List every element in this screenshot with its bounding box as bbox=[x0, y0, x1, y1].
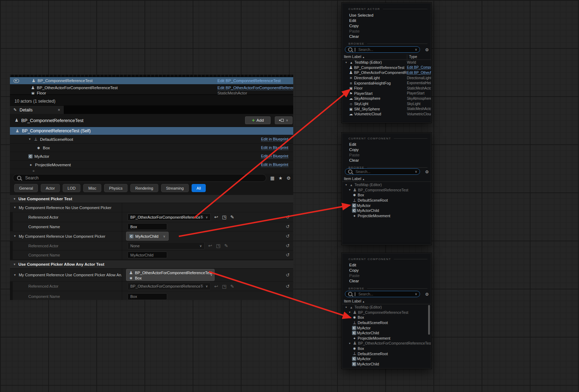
tree-row[interactable]: ▼ BP_ComponnetReferenceTest bbox=[342, 188, 431, 193]
component-name-input[interactable] bbox=[127, 252, 167, 258]
column-item-label[interactable]: Item Label ▲ bbox=[344, 177, 365, 181]
filter-button[interactable]: General bbox=[14, 184, 38, 192]
edit-in-blueprint-link[interactable]: Edit in Blueprint bbox=[261, 162, 288, 167]
visibility-eye-icon[interactable] bbox=[13, 79, 19, 83]
tree-row[interactable]: ▼ TestMap (Editor) World bbox=[342, 60, 431, 65]
edit-in-blueprint-link[interactable]: Edit in Blueprint bbox=[261, 154, 288, 158]
menu-item[interactable]: Clear bbox=[342, 34, 431, 39]
component-tree-row[interactable]: ProjectileMovement Edit in Blueprint bbox=[10, 161, 293, 169]
popup-search-input[interactable] bbox=[358, 292, 412, 296]
tree-row[interactable]: Floor StaticMeshActor bbox=[342, 86, 431, 91]
tree-row[interactable]: DirectionalLight DirectionalLight bbox=[342, 75, 431, 81]
tab-details[interactable]: ✎ Details × bbox=[10, 106, 64, 114]
popup-search-box[interactable]: ∨ bbox=[345, 46, 420, 53]
component-row-self[interactable]: BP_ComponnetReferenceTest (Self) bbox=[10, 127, 293, 135]
filter-gear-icon[interactable]: ⚙ bbox=[425, 47, 429, 52]
details-search-box[interactable] bbox=[13, 174, 266, 182]
tree-row[interactable]: SkyAtmosphere SkyAtmosphere bbox=[342, 96, 431, 101]
outliner-row-selected[interactable]: BP_ComponnetReferenceTest Edit BP_Compon… bbox=[10, 77, 293, 84]
tree-row[interactable]: ExponentialHeightFog ExponentialHeightFo… bbox=[342, 80, 431, 86]
component-tree-row[interactable]: ▼ DefaultSceneRoot Edit in Blueprint bbox=[10, 135, 293, 144]
component-picker-dropdown[interactable]: MyActorChild ∨ bbox=[126, 232, 169, 241]
menu-item[interactable]: Edit bbox=[342, 18, 431, 23]
menu-item[interactable]: Copy bbox=[342, 23, 431, 29]
tree-row[interactable]: BP_ComponnetReferenceTest Edit BP_Compon… bbox=[342, 65, 431, 70]
menu-item[interactable]: Edit bbox=[342, 263, 431, 268]
expander-arrow-icon[interactable]: ▼ bbox=[345, 306, 349, 309]
filter-button[interactable]: Physics bbox=[104, 184, 127, 192]
menu-item[interactable]: Copy bbox=[342, 268, 431, 273]
column-item-label[interactable]: Item Label ▲ bbox=[344, 299, 365, 303]
tree-row[interactable]: ▼ TestMap (Editor) bbox=[342, 182, 431, 188]
settings-gear-icon[interactable]: ⚙ bbox=[286, 175, 291, 181]
reset-to-default-icon[interactable]: ↺ bbox=[286, 252, 290, 258]
tree-row[interactable]: Box bbox=[342, 315, 431, 320]
eyedropper-icon[interactable]: ✎ bbox=[230, 214, 234, 220]
edit-blueprint-link[interactable]: Edit BP_ComponnetReferenceTest bbox=[217, 79, 280, 83]
tree-row[interactable]: ▼ BP_ComponnetReferenceTest bbox=[342, 310, 431, 315]
tree-row[interactable]: MyActorChild bbox=[342, 208, 431, 213]
tree-row[interactable]: DefaultSceneRoot bbox=[342, 351, 431, 356]
popup-search-input[interactable] bbox=[355, 169, 409, 174]
menu-item[interactable]: Edit bbox=[342, 142, 431, 147]
filter-button[interactable]: Streaming bbox=[161, 184, 189, 192]
tree-row[interactable]: SkyLight SkyLight bbox=[342, 101, 431, 106]
expander-arrow-icon[interactable]: ▼ bbox=[28, 138, 33, 141]
menu-item[interactable]: Paste bbox=[342, 29, 431, 34]
edit-in-blueprint-link[interactable]: Edit in Blueprint bbox=[261, 145, 288, 150]
menu-item[interactable]: Clear bbox=[342, 158, 431, 163]
display-options-icon[interactable]: ▦ bbox=[270, 175, 274, 181]
tree-row[interactable]: ▼ BP_OtherActorForComponentReferenceTest bbox=[342, 341, 431, 346]
reset-to-default-icon[interactable]: ↺ bbox=[286, 224, 290, 229]
filter-button[interactable]: Actor bbox=[41, 184, 60, 192]
pick-actor-icon[interactable]: ◳ bbox=[222, 214, 226, 220]
edit-in-blueprint-link[interactable]: Edit in Blueprint bbox=[261, 137, 288, 142]
tree-scrollbar[interactable] bbox=[428, 305, 430, 335]
reset-to-default-icon[interactable]: ↺ bbox=[286, 214, 290, 220]
expander-arrow-icon[interactable]: ▼ bbox=[348, 189, 352, 191]
referenced-actor-dropdown[interactable]: None ∨ bbox=[127, 242, 205, 249]
add-component-button[interactable]: + Add bbox=[245, 116, 271, 124]
referenced-actor-dropdown[interactable]: BP_OtherActorForComponentReferenceTest ∨ bbox=[127, 283, 211, 290]
component-name-input[interactable] bbox=[127, 223, 167, 230]
blueprint-edit-dropdown-button[interactable]: ∨ bbox=[275, 116, 293, 124]
tree-row[interactable]: ▼ TestMap (Editor) bbox=[342, 305, 431, 310]
menu-item[interactable]: Paste bbox=[342, 152, 431, 158]
tree-row[interactable]: MyActor bbox=[342, 325, 431, 330]
filter-gear-icon[interactable]: ⚙ bbox=[425, 292, 429, 297]
popup-search-input[interactable] bbox=[358, 47, 412, 52]
tree-row[interactable]: Box bbox=[342, 346, 431, 351]
filter-button[interactable]: Misc bbox=[83, 184, 101, 192]
filter-button[interactable]: LOD bbox=[63, 184, 81, 192]
section-header[interactable]: ▼ Use Component Picker Test bbox=[10, 195, 293, 203]
close-icon[interactable]: × bbox=[58, 108, 60, 113]
tree-row[interactable]: MyActor bbox=[342, 203, 431, 208]
expander-arrow-icon[interactable]: ▼ bbox=[13, 197, 16, 201]
tree-row[interactable]: ProjectileMovement bbox=[342, 213, 431, 219]
tree-row[interactable]: MyActor bbox=[342, 356, 431, 362]
menu-item[interactable]: Clear bbox=[342, 278, 431, 284]
menu-item[interactable]: Paste bbox=[342, 273, 431, 278]
tree-row[interactable]: ProjectileMovement bbox=[342, 336, 431, 341]
component-tree-row[interactable]: MyActor Edit in Blueprint bbox=[10, 152, 293, 161]
tree-row[interactable]: SM_SkySphere StaticMeshActor bbox=[342, 106, 431, 111]
favorites-star-icon[interactable]: ★ bbox=[278, 175, 283, 181]
column-item-label[interactable]: Item Label ▲ bbox=[344, 54, 365, 59]
tree-row[interactable]: VolumetricCloud VolumetricCloud bbox=[342, 111, 431, 117]
reset-to-default-icon[interactable]: ↺ bbox=[286, 243, 290, 248]
tree-row[interactable]: MyActorChild bbox=[342, 330, 431, 336]
tree-row[interactable]: MyActorChild bbox=[342, 362, 431, 367]
expander-arrow-icon[interactable]: ▼ bbox=[345, 184, 349, 186]
referenced-actor-dropdown[interactable]: BP_OtherActorForComponentReferenceTest ∨ bbox=[127, 213, 211, 221]
tree-row[interactable]: DefaultSceneRoot bbox=[342, 320, 431, 325]
menu-item[interactable]: Use Selected bbox=[342, 13, 431, 18]
expander-arrow-icon[interactable]: ▼ bbox=[348, 342, 352, 345]
popup-search-box[interactable]: ∨ bbox=[345, 291, 420, 297]
tree-row[interactable]: BP_OtherActorForComponentReferenceTest E… bbox=[342, 70, 431, 75]
section-header[interactable]: ▼ Use Component Picker Allow Any Actor T… bbox=[10, 260, 293, 269]
component-picker-dropdown[interactable]: BP_OtherActorForComponentReferenceTest B… bbox=[126, 269, 215, 281]
tree-row[interactable]: PlayerStart PlayerStart bbox=[342, 91, 431, 96]
tree-row[interactable]: DefaultSceneRoot bbox=[342, 198, 431, 203]
filter-button[interactable]: Rendering bbox=[130, 184, 158, 192]
expander-arrow-icon[interactable]: ▼ bbox=[345, 61, 349, 64]
